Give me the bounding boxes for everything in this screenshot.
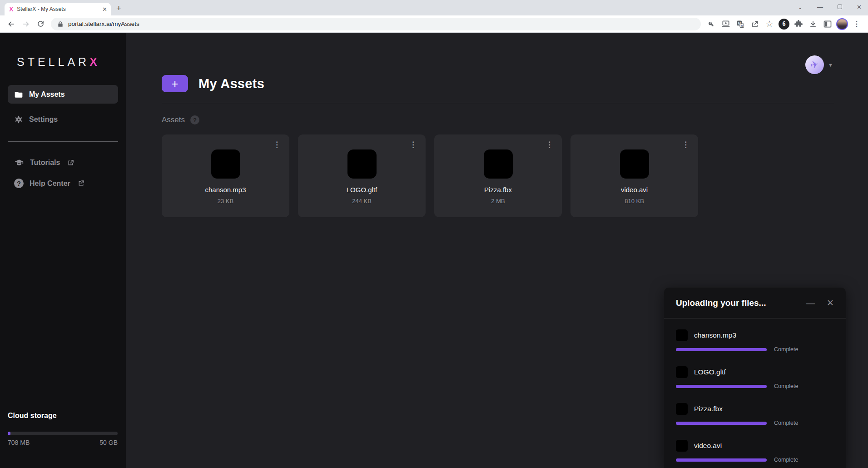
tab-close-icon[interactable]: ✕	[102, 6, 107, 12]
cloud-storage-widget: Cloud storage 708 MB 50 GB	[8, 412, 118, 468]
svg-text:A: A	[741, 24, 743, 27]
card-menu-kebab-icon[interactable]: ⋮	[407, 139, 420, 150]
stellarx-page: STELLARX My Assets Settings Tutorials	[0, 33, 868, 468]
external-link-icon	[67, 159, 74, 167]
asset-card-logo[interactable]: ⋮ LOGO.gltf 244 KB	[298, 134, 426, 217]
3d-file-icon	[676, 366, 688, 378]
3d-file-icon	[484, 149, 513, 179]
upload-item: LOGO.gltf Complete	[676, 366, 834, 389]
upload-file-name: LOGO.gltf	[694, 368, 726, 376]
stellarx-favicon-icon: X	[9, 5, 13, 13]
upload-progress-bar	[676, 458, 767, 462]
minimize-icon[interactable]: —	[806, 299, 815, 307]
window-chevron-icon[interactable]: ⌄	[798, 4, 803, 10]
save-page-icon[interactable]	[719, 17, 733, 31]
window-minimize-button[interactable]: —	[817, 4, 823, 10]
url-text: portal.stellarx.ai/myAssets	[68, 20, 139, 27]
asset-name: Pizza.fbx	[484, 186, 512, 194]
sidebar-link-label: Tutorials	[30, 159, 60, 167]
add-asset-button[interactable]: +	[162, 75, 188, 92]
upload-progress-bar	[676, 422, 767, 425]
asset-name: video.avi	[621, 186, 648, 194]
upload-file-name: Pizza.fbx	[694, 405, 723, 413]
upload-panel-header: Uploading your files... — ✕	[664, 288, 846, 319]
sidebar-item-label: Settings	[29, 115, 58, 124]
external-link-icon	[77, 179, 85, 187]
audio-file-icon	[211, 149, 240, 179]
assets-section-header: Assets ?	[162, 115, 868, 124]
asset-card-pizza[interactable]: ⋮ Pizza.fbx 2 MB	[434, 134, 562, 217]
browser-tab[interactable]: X StellarX - My Assets ✕	[5, 3, 111, 15]
asset-size: 2 MB	[491, 198, 505, 204]
upload-file-name: chanson.mp3	[694, 331, 736, 339]
cloud-storage-bar	[8, 432, 118, 435]
downloads-icon[interactable]	[806, 17, 820, 31]
assets-label: Assets	[162, 115, 185, 124]
asset-card-video[interactable]: ⋮ video.avi 810 KB	[570, 134, 698, 217]
browser-menu-kebab-icon[interactable]: ⋮	[850, 17, 863, 31]
asset-name: LOGO.gltf	[347, 186, 377, 194]
help-circle-icon: ?	[14, 179, 24, 188]
asset-name: chanson.mp3	[205, 186, 246, 194]
upload-item: Pizza.fbx Complete	[676, 403, 834, 426]
forward-button[interactable]	[19, 17, 33, 31]
close-icon[interactable]: ✕	[827, 299, 834, 307]
password-key-icon[interactable]	[704, 17, 718, 31]
sidebar-link-help-center[interactable]: ? Help Center	[8, 179, 118, 188]
sidebar-link-tutorials[interactable]: Tutorials	[8, 158, 118, 167]
card-menu-kebab-icon[interactable]: ⋮	[270, 139, 283, 150]
storage-used: 708 MB	[8, 439, 30, 446]
new-tab-button[interactable]: +	[116, 4, 121, 12]
graduation-cap-icon	[14, 158, 24, 167]
upload-progress-bar	[676, 385, 767, 388]
sidebar-item-settings[interactable]: Settings	[8, 110, 118, 129]
video-file-icon	[620, 149, 649, 179]
extensions-puzzle-icon[interactable]	[792, 17, 805, 31]
stellarx-logo: STELLARX	[17, 55, 118, 69]
asset-size: 810 KB	[625, 198, 644, 204]
card-menu-kebab-icon[interactable]: ⋮	[679, 139, 692, 150]
sidebar-link-label: Help Center	[30, 179, 70, 188]
sidebar-item-my-assets[interactable]: My Assets	[8, 85, 118, 104]
sidebar-item-label: My Assets	[29, 90, 65, 99]
side-panel-icon[interactable]	[821, 17, 834, 31]
video-file-icon	[676, 440, 688, 452]
upload-panel: Uploading your files... — ✕ chanson.mp3 …	[664, 288, 846, 468]
browser-toolbar: portal.stellarx.ai/myAssets GA ☆ 6 ⋮	[0, 15, 868, 33]
assets-help-icon[interactable]: ?	[190, 115, 199, 124]
page-title: My Assets	[198, 76, 264, 91]
gear-icon	[14, 115, 23, 124]
3d-file-icon	[676, 403, 688, 415]
translate-icon[interactable]: GA	[734, 17, 747, 31]
asset-size: 23 KB	[218, 198, 233, 204]
card-menu-kebab-icon[interactable]: ⋮	[543, 139, 556, 150]
user-avatar[interactable]: ✈	[805, 55, 824, 74]
share-icon[interactable]	[748, 17, 762, 31]
cloud-storage-fill	[8, 432, 10, 435]
tab-title: StellarX - My Assets	[17, 6, 99, 12]
upload-progress-bar	[676, 348, 767, 351]
chevron-down-icon[interactable]: ▼	[828, 62, 833, 68]
tab-strip: X StellarX - My Assets ✕ + ⌄ — ✕	[0, 0, 868, 15]
back-button[interactable]	[5, 17, 18, 31]
user-menu[interactable]: ✈ ▼	[805, 55, 833, 74]
upload-item: video.avi Complete	[676, 440, 834, 463]
extension-badge-icon[interactable]: 6	[777, 17, 791, 31]
window-restore-button[interactable]	[838, 5, 842, 9]
reload-button[interactable]	[34, 17, 47, 31]
upload-item: chanson.mp3 Complete	[676, 329, 834, 353]
sidebar-nav: My Assets Settings	[8, 85, 118, 129]
bookmark-star-icon[interactable]: ☆	[763, 17, 776, 31]
upload-status: Complete	[774, 457, 799, 463]
upload-status: Complete	[774, 420, 799, 426]
window-close-button[interactable]: ✕	[857, 4, 862, 10]
window-controls: ⌄ — ✕	[798, 0, 862, 14]
cloud-storage-title: Cloud storage	[8, 412, 118, 420]
upload-item-list: chanson.mp3 Complete LOGO.gltf Complete	[664, 319, 846, 463]
browser-window: X StellarX - My Assets ✕ + ⌄ — ✕ portal.…	[0, 0, 868, 468]
page-header: + My Assets	[162, 33, 868, 92]
upload-status: Complete	[774, 346, 799, 353]
profile-avatar[interactable]	[835, 17, 849, 31]
address-bar[interactable]: portal.stellarx.ai/myAssets	[51, 18, 701, 30]
asset-card-chanson[interactable]: ⋮ chanson.mp3 23 KB	[162, 134, 289, 217]
